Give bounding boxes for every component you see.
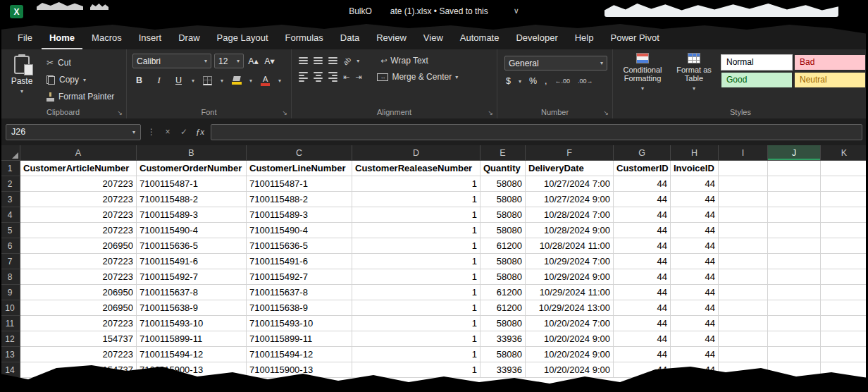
cell-B1[interactable]: CustomerOrderNumber: [137, 161, 247, 176]
tab-home[interactable]: Home: [42, 27, 82, 49]
cell-A5[interactable]: 207223: [20, 223, 137, 238]
cell-K14[interactable]: [821, 362, 868, 378]
row-header-12[interactable]: 12: [0, 331, 20, 347]
cell-H11[interactable]: 44: [671, 316, 719, 331]
increase-decimal-icon[interactable]: ←.00: [555, 78, 571, 85]
cell-D9[interactable]: 1: [352, 285, 480, 300]
cell-J13[interactable]: [768, 347, 821, 362]
percent-format-button[interactable]: %: [529, 76, 537, 86]
cell-E7[interactable]: 58080: [480, 254, 526, 269]
column-header-D[interactable]: D: [352, 145, 480, 161]
insert-function-icon[interactable]: ƒx: [194, 126, 206, 137]
cell-A8[interactable]: 207223: [20, 269, 137, 285]
row-header-13[interactable]: 13: [0, 347, 20, 362]
cell-F14[interactable]: 10/20/2024 9:00: [526, 362, 614, 378]
cell-G1[interactable]: CustomerID: [614, 161, 671, 176]
cell-D11[interactable]: 1: [352, 316, 480, 331]
copy-button[interactable]: Copy ▾: [46, 74, 114, 85]
increase-indent-icon[interactable]: ⇥: [355, 73, 361, 82]
cell-F7[interactable]: 10/29/2024 7:00: [526, 254, 614, 269]
format-painter-button[interactable]: Format Painter: [46, 91, 114, 102]
number-dialog-launcher-icon[interactable]: ↘: [603, 109, 609, 116]
cell-I7[interactable]: [719, 254, 768, 269]
cell-F5[interactable]: 10/28/2024 9:00: [526, 223, 614, 238]
cell-J14[interactable]: [768, 362, 821, 378]
font-dialog-launcher-icon[interactable]: ↘: [282, 109, 287, 116]
tab-view[interactable]: View: [416, 27, 451, 49]
align-middle-icon[interactable]: [314, 57, 323, 64]
cell-J2[interactable]: [768, 176, 821, 192]
row-header-6[interactable]: 6: [0, 238, 20, 254]
alignment-dialog-launcher-icon[interactable]: ↘: [488, 109, 493, 116]
cell-E9[interactable]: 61200: [480, 285, 526, 300]
cell-G7[interactable]: 44: [614, 254, 671, 269]
cell-A4[interactable]: 207223: [20, 207, 137, 223]
cell-E2[interactable]: 58080: [480, 176, 526, 192]
tab-developer[interactable]: Developer: [508, 27, 565, 49]
number-format-combobox[interactable]: General ▾: [504, 56, 607, 71]
cell-G5[interactable]: 44: [614, 223, 671, 238]
tab-file[interactable]: File: [10, 27, 40, 49]
cell-B10[interactable]: 7100115638-9: [137, 300, 247, 316]
font-size-combobox[interactable]: 12 ▾: [214, 54, 244, 68]
cell-I1[interactable]: [719, 161, 768, 176]
cell-B6[interactable]: 7100115636-5: [137, 238, 247, 254]
cell-G3[interactable]: 44: [614, 192, 671, 207]
italic-button[interactable]: I: [152, 73, 166, 87]
decrease-font-size-button[interactable]: A▾: [263, 54, 276, 68]
cell-A11[interactable]: 207223: [20, 316, 137, 331]
clipboard-dialog-launcher-icon[interactable]: ↘: [117, 109, 123, 116]
column-header-H[interactable]: H: [671, 145, 719, 161]
cell-J6[interactable]: [768, 238, 821, 254]
cell-C11[interactable]: 7100115493-10: [247, 316, 352, 331]
cell-K4[interactable]: [821, 207, 868, 223]
cell-C6[interactable]: 7100115636-5: [247, 238, 352, 254]
cell-C4[interactable]: 7100115489-3: [247, 207, 352, 223]
cell-C3[interactable]: 7100115488-2: [247, 192, 352, 207]
align-top-icon[interactable]: [299, 57, 308, 64]
cell-I11[interactable]: [719, 316, 768, 331]
name-box[interactable]: J26 ▾: [6, 124, 141, 140]
cell-I2[interactable]: [719, 176, 768, 192]
cell-F6[interactable]: 10/28/2024 11:00: [526, 238, 614, 254]
cell-K13[interactable]: [821, 347, 868, 362]
row-header-10[interactable]: 10: [0, 300, 20, 316]
increase-font-size-button[interactable]: A▴: [247, 54, 260, 68]
cell-C8[interactable]: 7100115492-7: [247, 269, 352, 285]
cell-B2[interactable]: 7100115487-1: [137, 176, 247, 192]
column-header-G[interactable]: G: [614, 145, 671, 161]
cell-C13[interactable]: 7100115494-12: [247, 347, 352, 362]
cell-A14[interactable]: 154737: [20, 362, 137, 378]
row-header-11[interactable]: 11: [0, 316, 20, 331]
cell-A7[interactable]: 207223: [20, 254, 137, 269]
cell-H4[interactable]: 44: [671, 207, 719, 223]
cell-F9[interactable]: 10/29/2024 11:00: [526, 285, 614, 300]
cell-style-good[interactable]: Good: [721, 73, 792, 87]
column-header-I[interactable]: I: [719, 145, 768, 161]
cell-I5[interactable]: [719, 223, 768, 238]
cell-H7[interactable]: 44: [671, 254, 719, 269]
cell-H14[interactable]: 44: [671, 362, 719, 378]
row-header-1[interactable]: 1: [0, 161, 20, 176]
cell-B12[interactable]: 7100115899-11: [137, 331, 247, 347]
cell-I12[interactable]: [719, 331, 768, 347]
paste-button[interactable]: Paste ▾: [3, 54, 41, 106]
cell-B13[interactable]: 7100115494-12: [137, 347, 247, 362]
format-as-table-button[interactable]: Format as Table ▾: [672, 53, 716, 106]
cell-K7[interactable]: [821, 254, 868, 269]
tab-data[interactable]: Data: [333, 27, 367, 49]
cell-G13[interactable]: 44: [614, 347, 671, 362]
cell-F8[interactable]: 10/29/2024 9:00: [526, 269, 614, 285]
fill-color-button[interactable]: [230, 73, 243, 87]
cell-E3[interactable]: 58080: [480, 192, 526, 207]
cell-I3[interactable]: [719, 192, 768, 207]
cell-D3[interactable]: 1: [352, 192, 480, 207]
cell-D6[interactable]: 1: [352, 238, 480, 254]
cell-G11[interactable]: 44: [614, 316, 671, 331]
cell-E13[interactable]: 58080: [480, 347, 526, 362]
cell-style-bad[interactable]: Bad: [795, 55, 865, 70]
cancel-icon[interactable]: ×: [162, 127, 173, 137]
tab-macros[interactable]: Macros: [84, 27, 130, 49]
tab-help[interactable]: Help: [567, 27, 602, 49]
cell-D5[interactable]: 1: [352, 223, 480, 238]
